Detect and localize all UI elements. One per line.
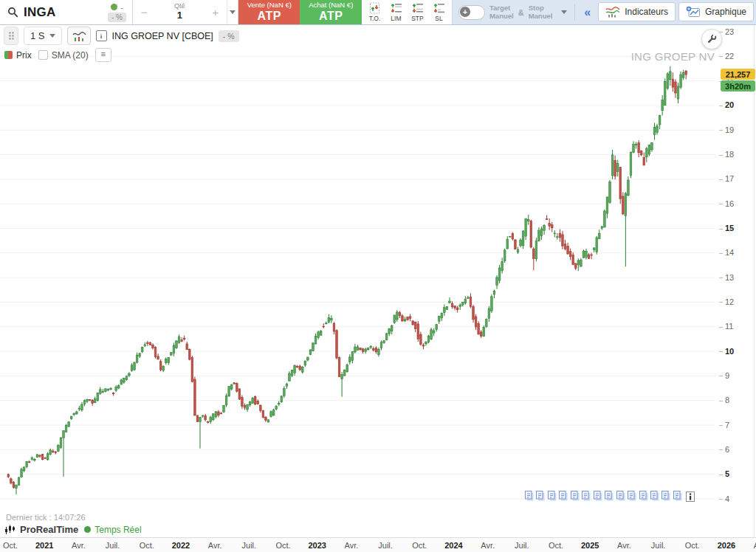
prorealtime-logo-icon	[4, 525, 16, 535]
buy-order-type: ATP	[319, 10, 343, 23]
chart-type-button[interactable]	[67, 27, 91, 45]
price-axis-tick	[719, 449, 723, 450]
stp-order-icon	[410, 2, 425, 14]
ampersand-text: &	[518, 8, 524, 17]
quantity-plus-button[interactable]: +	[205, 5, 227, 19]
search-icon	[7, 7, 18, 18]
dividend-event-icon[interactable]	[661, 490, 671, 502]
dividend-event-icon[interactable]	[639, 490, 649, 502]
order-type-label: T.O.	[369, 15, 381, 22]
dividend-event-icon[interactable]	[570, 490, 580, 502]
dividend-event-icon[interactable]	[650, 490, 660, 502]
stop-mode-label: StopManuel	[529, 4, 553, 21]
chart-button[interactable]: Graphique	[678, 2, 754, 21]
quantity-stepper: − Qté 1 +	[133, 0, 227, 24]
price-axis-label: 19	[725, 125, 734, 134]
price-axis-tick	[719, 327, 723, 328]
chart-settings-button[interactable]	[701, 29, 722, 49]
time-axis-label: Oct.	[549, 541, 563, 550]
dividend-event-icon[interactable]	[593, 490, 603, 502]
price-axis-tick	[719, 401, 723, 401]
price-axis-label: 12	[725, 297, 734, 306]
indicator-list-button[interactable]: ≡	[95, 48, 111, 62]
target-stop-chevron-icon[interactable]	[561, 10, 567, 14]
sma-checkbox[interactable]	[38, 50, 48, 60]
time-axis-label: Oct.	[3, 541, 18, 550]
collapse-toolbar-button[interactable]: «	[577, 0, 598, 24]
time-axis-label: Avr.	[617, 541, 631, 550]
price-axis-tick	[719, 253, 723, 254]
dividend-event-icon[interactable]	[673, 490, 683, 502]
price-change-summary: - - %	[108, 3, 126, 22]
price-axis-tick	[719, 130, 723, 131]
order-type-lim[interactable]: LIM	[386, 1, 406, 23]
time-axis-label: Avr.	[345, 541, 359, 550]
buy-caption: Achat (NaN €)	[309, 1, 353, 10]
order-type-selector: T.O. LIM STP	[362, 0, 453, 24]
time-axis-label: 2023	[308, 541, 326, 550]
drag-handle[interactable]	[4, 27, 18, 45]
price-axis-label: 10	[725, 347, 734, 356]
target-stop-toggle[interactable]: +	[458, 5, 485, 20]
indicators-button[interactable]: Indicateurs	[598, 2, 676, 21]
trading-platform-window: INGA - - % − Qté 1 + Vente (NaN €) ATP	[0, 0, 756, 552]
time-axis-label: Oct.	[412, 541, 427, 550]
chart-toolbar: 1 S i ING GROEP NV [CBOE] - %	[0, 25, 716, 46]
time-axis-label: Juil.	[242, 541, 257, 550]
sma-legend[interactable]: SMA (20)	[38, 50, 89, 61]
price-axis-separator	[754, 25, 755, 537]
instrument-search-box[interactable]: INGA - - %	[0, 0, 133, 24]
price-axis-tick	[719, 499, 723, 500]
dividend-event-icon[interactable]	[547, 490, 557, 502]
dividend-event-icon[interactable]	[581, 490, 591, 502]
time-axis-label: Oct.	[275, 541, 290, 550]
price-axis-label: 20	[725, 100, 734, 109]
time-axis-label: Juil.	[378, 541, 393, 550]
change-value: -	[120, 3, 123, 12]
order-type-label: LIM	[391, 15, 401, 22]
time-axis-label: Juil.	[515, 541, 529, 550]
price-axis-label: 5	[725, 469, 729, 478]
chart-button-label: Graphique	[705, 7, 746, 17]
dividend-event-icon[interactable]	[535, 490, 546, 502]
time-axis-label: Juil.	[106, 541, 120, 550]
time-axis-label: Juil.	[651, 541, 666, 550]
buy-button[interactable]: Achat (NaN €) ATP	[300, 0, 361, 24]
quantity-display[interactable]: Qté 1	[174, 3, 185, 21]
target-mode-label: TargetManuel	[489, 4, 514, 21]
order-type-sl[interactable]: SL	[429, 1, 449, 23]
candlestick-chart[interactable]	[0, 0, 756, 552]
order-type-stp[interactable]: STP	[408, 1, 427, 23]
dividend-event-icon[interactable]	[604, 490, 614, 502]
price-axis-label: 7	[725, 421, 729, 429]
dividend-event-icon[interactable]	[627, 490, 637, 502]
events-info-icon[interactable]	[686, 491, 695, 502]
sell-button[interactable]: Vente (NaN €) ATP	[238, 0, 300, 24]
last-price-badge: 21,257	[721, 69, 755, 80]
percent-mode-badge[interactable]: - %	[219, 30, 239, 42]
price-series-legend[interactable]: Prix	[4, 50, 32, 61]
new-chart-icon	[686, 6, 701, 18]
time-axis[interactable]: Oct.2021Avr.Juil.Oct.2022Avr.Juil.Oct.20…	[0, 537, 756, 552]
price-axis-tick	[719, 376, 723, 376]
price-axis-tick	[719, 155, 723, 156]
price-axis-tick	[719, 204, 723, 204]
realtime-status-label: Temps Réel	[94, 525, 141, 535]
order-type-to[interactable]: T.O.	[365, 1, 385, 23]
price-axis-label: 17	[725, 174, 734, 183]
quantity-options-chevron[interactable]	[227, 0, 238, 24]
top-toolbar: INGA - - % − Qté 1 + Vente (NaN €) ATP	[0, 0, 756, 25]
dividend-event-icon[interactable]	[524, 490, 535, 502]
instrument-info-icon[interactable]: i	[96, 30, 107, 41]
plus-toggle-icon: +	[460, 7, 470, 17]
time-axis-label: Avr.	[72, 541, 86, 550]
timeframe-select[interactable]: 1 S	[24, 27, 62, 45]
price-axis-label: 8	[725, 396, 729, 404]
price-axis-label: 4	[725, 494, 729, 503]
time-axis-label: Oct.	[685, 541, 700, 550]
price-axis-tick	[719, 277, 723, 278]
dividend-event-icon[interactable]	[558, 490, 568, 502]
quantity-value: 1	[177, 10, 182, 21]
dividend-event-icon[interactable]	[616, 490, 626, 502]
quantity-minus-button[interactable]: −	[133, 5, 155, 19]
